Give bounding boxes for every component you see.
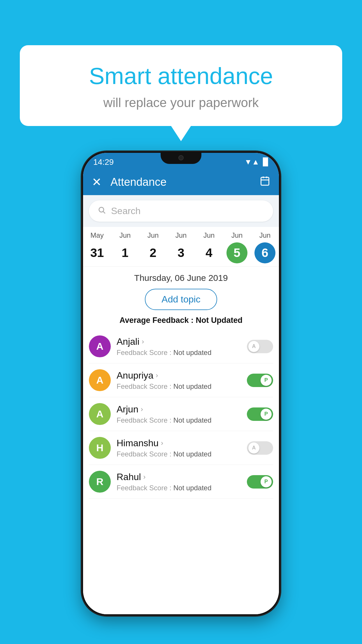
bubble-title: Smart attendance: [34, 63, 328, 90]
phone-notch: [161, 152, 201, 164]
student-avatar: A: [89, 403, 111, 425]
student-info: Anjali ›Feedback Score : Not updated: [117, 336, 241, 357]
calendar-day[interactable]: Jun5: [225, 231, 249, 263]
chevron-right-icon: ›: [142, 337, 144, 346]
attendance-toggle[interactable]: A: [247, 441, 273, 455]
bubble-subtitle: will replace your paperwork: [34, 95, 328, 110]
cal-month-label: Jun: [259, 231, 271, 239]
calendar-icon[interactable]: [260, 176, 270, 189]
cal-date-number: 5: [226, 242, 247, 263]
student-name: Arjun ›: [117, 404, 241, 415]
student-item[interactable]: AAnjali ›Feedback Score : Not updatedA: [89, 330, 273, 363]
student-avatar: A: [89, 369, 111, 391]
calendar-day[interactable]: Jun6: [253, 231, 277, 263]
calendar-day[interactable]: May31: [85, 231, 109, 263]
student-feedback-score: Feedback Score : Not updated: [117, 450, 241, 458]
student-list: AAnjali ›Feedback Score : Not updatedAAA…: [83, 330, 279, 499]
student-avatar: A: [89, 335, 111, 357]
chevron-right-icon: ›: [141, 405, 143, 413]
chevron-right-icon: ›: [161, 439, 163, 447]
svg-point-4: [99, 207, 104, 212]
close-button[interactable]: ✕: [92, 175, 102, 189]
student-feedback-score: Feedback Score : Not updated: [117, 416, 241, 424]
student-info: Anupriya ›Feedback Score : Not updated: [117, 370, 241, 391]
cal-month-label: Jun: [120, 231, 131, 239]
speech-bubble: Smart attendance will replace your paper…: [20, 45, 342, 126]
cal-date-number: 2: [143, 242, 164, 263]
student-feedback-score: Feedback Score : Not updated: [117, 484, 241, 492]
cal-date-number: 3: [171, 242, 191, 263]
status-icons: ▼▲ ▉: [245, 158, 269, 167]
attendance-toggle[interactable]: P: [247, 374, 273, 387]
average-feedback: Average Feedback : Not Updated: [83, 314, 279, 330]
toggle-knob: A: [248, 442, 259, 454]
toggle-knob: P: [261, 375, 272, 386]
selected-date-row: Thursday, 06 June 2019: [83, 267, 279, 285]
screen-content: Search May31Jun1Jun2Jun3Jun4Jun5Jun6 Thu…: [83, 195, 279, 614]
svg-rect-0: [261, 177, 269, 185]
phone-device: 14:29 ▼▲ ▉ ✕ Attendance: [82, 152, 280, 615]
calendar-day[interactable]: Jun2: [141, 231, 165, 263]
cal-date-number: 31: [87, 242, 108, 263]
student-name: Anupriya ›: [117, 370, 241, 381]
battery-icon: ▉: [263, 158, 269, 167]
phone-frame: 14:29 ▼▲ ▉ ✕ Attendance: [82, 152, 280, 615]
student-name: Himanshu ›: [117, 438, 241, 449]
cal-date-number: 4: [198, 242, 219, 263]
student-feedback-score: Feedback Score : Not updated: [117, 382, 241, 391]
cal-month-label: Jun: [175, 231, 187, 239]
chevron-right-icon: ›: [156, 371, 158, 379]
camera-dot: [178, 155, 184, 160]
attendance-toggle[interactable]: P: [247, 475, 273, 489]
toggle-knob: P: [261, 409, 272, 420]
cal-month-label: Jun: [147, 231, 159, 239]
calendar-day[interactable]: Jun1: [113, 231, 137, 263]
student-avatar: H: [89, 437, 111, 459]
search-icon: [98, 206, 106, 216]
student-name: Anjali ›: [117, 336, 241, 347]
toggle-knob: P: [261, 476, 272, 487]
student-avatar: R: [89, 471, 111, 493]
wifi-icon: ▼▲: [245, 158, 259, 167]
attendance-toggle[interactable]: P: [247, 407, 273, 421]
svg-line-5: [103, 211, 105, 213]
toggle-knob: A: [248, 341, 259, 352]
avg-feedback-label: Average Feedback :: [120, 316, 196, 325]
cal-month-label: Jun: [203, 231, 215, 239]
phone-screen: 14:29 ▼▲ ▉ ✕ Attendance: [83, 153, 279, 614]
student-item[interactable]: HHimanshu ›Feedback Score : Not updatedA: [89, 431, 273, 465]
calendar-strip: May31Jun1Jun2Jun3Jun4Jun5Jun6: [83, 227, 279, 267]
student-info: Rahul ›Feedback Score : Not updated: [117, 472, 241, 492]
calendar-day[interactable]: Jun3: [169, 231, 193, 263]
cal-month-label: May: [90, 231, 103, 239]
speech-bubble-container: Smart attendance will replace your paper…: [20, 45, 342, 126]
cal-month-label: Jun: [231, 231, 243, 239]
student-feedback-score: Feedback Score : Not updated: [117, 349, 241, 357]
student-item[interactable]: AAnupriya ›Feedback Score : Not updatedP: [89, 363, 273, 397]
app-bar: ✕ Attendance: [83, 169, 279, 195]
student-info: Arjun ›Feedback Score : Not updated: [117, 404, 241, 424]
app-bar-title: Attendance: [110, 176, 251, 188]
search-bar[interactable]: Search: [89, 200, 273, 222]
status-time: 14:29: [93, 158, 114, 167]
avg-feedback-value: Not Updated: [196, 316, 242, 325]
cal-date-number: 6: [254, 242, 275, 263]
student-info: Himanshu ›Feedback Score : Not updated: [117, 438, 241, 458]
attendance-toggle[interactable]: A: [247, 340, 273, 353]
search-input-placeholder: Search: [111, 206, 140, 216]
student-item[interactable]: RRahul ›Feedback Score : Not updatedP: [89, 465, 273, 499]
student-item[interactable]: AArjun ›Feedback Score : Not updatedP: [89, 397, 273, 431]
student-name: Rahul ›: [117, 472, 241, 482]
selected-date-text: Thursday, 06 June 2019: [134, 273, 228, 283]
chevron-right-icon: ›: [143, 473, 146, 481]
search-bar-container: Search: [83, 195, 279, 227]
cal-date-number: 1: [115, 242, 136, 263]
calendar-day[interactable]: Jun4: [197, 231, 221, 263]
add-topic-button[interactable]: Add topic: [145, 289, 217, 310]
